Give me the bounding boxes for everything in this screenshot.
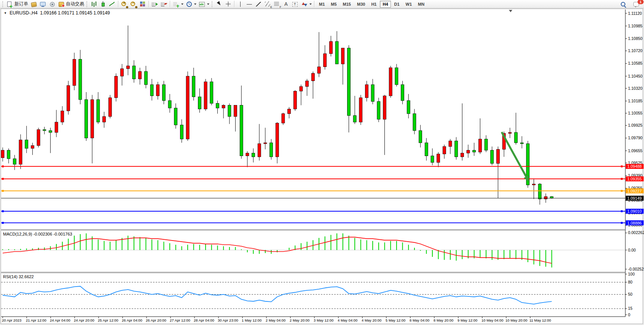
candle-up [61, 111, 64, 122]
crosshair-button[interactable] [224, 0, 233, 8]
candle-up [329, 41, 332, 54]
time-tick-label: 2 May 04:00 [266, 318, 285, 322]
candle-down [79, 59, 82, 100]
notifications-button[interactable]: 1 [632, 0, 641, 8]
candle-up [37, 130, 40, 146]
timeframe-m15[interactable]: M15 [340, 1, 354, 8]
line-right-handle[interactable] [621, 178, 623, 180]
zoom-in-button[interactable] [120, 0, 129, 8]
line-left-handle[interactable] [2, 222, 4, 224]
candle-down [335, 41, 338, 64]
timeframe-mn[interactable]: MN [415, 1, 427, 8]
chart-title: ▼ EURUSD-,H4 1.09166 1.09171 1.09145 1.0… [4, 10, 110, 16]
candle-up [389, 68, 392, 96]
candle-up [246, 153, 249, 156]
chevron-down-icon [181, 3, 183, 5]
price-flag-label: 1.09149 [627, 196, 642, 201]
price-flag-label: 1.08886 [627, 221, 642, 225]
line-right-handle[interactable] [621, 166, 623, 167]
macd-tick-label: -0.002523 [628, 267, 644, 271]
candle-down [216, 104, 219, 108]
line-left-handle[interactable] [2, 178, 4, 180]
toolbar-grip [2, 1, 4, 7]
candle-up [222, 105, 225, 108]
candle-up [306, 81, 309, 86]
price-flag-label: 1.09227 [627, 189, 642, 193]
arrows-icon [301, 1, 308, 7]
tile-windows-icon [139, 1, 146, 7]
candle-down [192, 76, 195, 97]
candle-up [204, 82, 207, 109]
channel-button[interactable] [263, 0, 273, 8]
candle-down [413, 114, 416, 131]
candle-down [25, 140, 28, 148]
candle-up [449, 141, 452, 147]
periods-button[interactable] [185, 0, 198, 8]
bar-chart-button[interactable] [89, 0, 99, 8]
text-label-icon [292, 1, 299, 7]
text-label-button[interactable] [291, 0, 300, 8]
macd-value: -0.002306 [33, 232, 52, 236]
templates-button[interactable] [198, 0, 210, 8]
timeframe-m30[interactable]: M30 [354, 1, 368, 8]
candle-up [544, 197, 547, 199]
candle-up [73, 59, 76, 86]
auto-scroll-button[interactable] [150, 0, 159, 8]
cursor-button[interactable] [215, 0, 224, 8]
arrows-button[interactable] [300, 0, 313, 8]
line-chart-button[interactable] [108, 0, 117, 8]
line-left-handle[interactable] [2, 210, 4, 212]
timeframe-h1[interactable]: H1 [368, 1, 379, 8]
candle-up [264, 143, 267, 143]
text-button[interactable] [282, 0, 291, 8]
candle-up [186, 76, 189, 139]
chart-canvas[interactable]: 1.111201.109851.108501.107201.105851.104… [0, 0, 644, 325]
candle-up [31, 146, 34, 148]
chart-shift-icon [161, 1, 167, 7]
search-button[interactable] [619, 0, 628, 8]
time-tick-label: 25 Apr 12:00 [98, 318, 118, 322]
candle-down [228, 105, 231, 117]
horizontal-line-button[interactable] [245, 0, 254, 8]
chart-shift-button[interactable] [159, 0, 169, 8]
time-tick-label: 4 May 04:00 [338, 318, 357, 322]
templates-icon [199, 1, 206, 7]
candle-up [496, 149, 499, 163]
candle-up [383, 96, 386, 119]
trendline-button[interactable] [254, 0, 263, 8]
line-right-handle[interactable] [621, 190, 623, 192]
tile-windows-button[interactable] [138, 0, 147, 8]
toolbar-grip [86, 1, 88, 7]
market-watch-button[interactable] [29, 0, 38, 8]
auto-trading-button[interactable]: 自动交易 [57, 0, 85, 8]
timeframe-h4[interactable]: H4 [380, 1, 391, 8]
timeframe-d1[interactable]: D1 [392, 1, 402, 8]
timeframe-m5[interactable]: M5 [328, 1, 339, 8]
timeframe-w1[interactable]: W1 [403, 1, 415, 8]
line-left-handle[interactable] [2, 166, 4, 167]
timeframe-m1[interactable]: M1 [316, 1, 327, 8]
line-left-handle[interactable] [2, 190, 4, 192]
signals-button[interactable] [48, 0, 57, 8]
text-icon [283, 1, 290, 7]
auto-scroll-icon [151, 1, 158, 7]
expand-panel-icon[interactable]: ▼ [4, 11, 7, 15]
candle-up [300, 86, 303, 91]
candle-down [347, 48, 350, 115]
candle-down [168, 100, 171, 108]
candle-down [485, 139, 488, 150]
time-tick-label: 9 May 12:00 [457, 318, 477, 322]
line-right-handle[interactable] [621, 222, 623, 224]
indicators-button[interactable] [172, 0, 185, 8]
toolbar-separator [170, 1, 171, 7]
candle-up [19, 140, 22, 164]
vertical-line-button[interactable] [236, 0, 245, 8]
bar-chart-icon [91, 1, 97, 7]
candlestick-chart-button[interactable] [99, 0, 108, 8]
fibonacci-button[interactable] [273, 0, 282, 8]
candle-down [252, 153, 255, 157]
terminal-button[interactable] [38, 0, 48, 8]
new-order-button[interactable]: 新订单 [5, 0, 29, 8]
line-right-handle[interactable] [621, 210, 623, 212]
zoom-out-button[interactable] [129, 0, 138, 8]
